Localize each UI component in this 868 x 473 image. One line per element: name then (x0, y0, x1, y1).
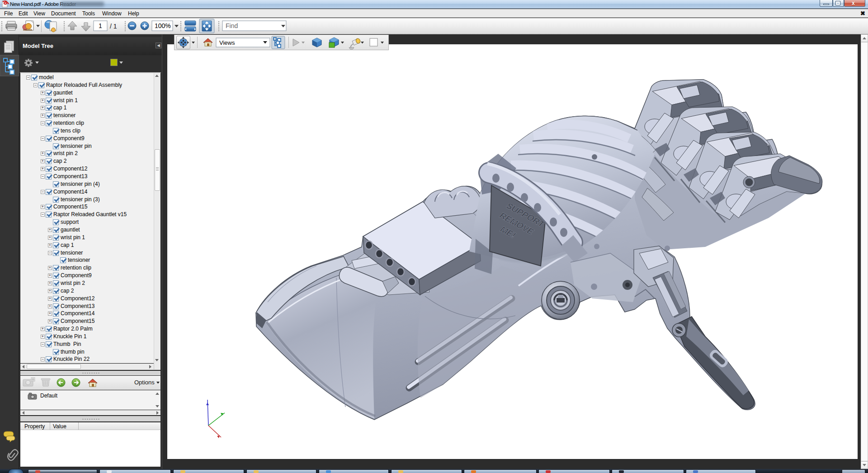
svg-text:1: 1 (99, 22, 102, 29)
svg-text:/ 1: / 1 (110, 23, 117, 30)
svg-text:100%: 100% (155, 22, 171, 29)
svg-text:Options: Options (134, 379, 155, 386)
svg-text:Find: Find (226, 22, 238, 29)
